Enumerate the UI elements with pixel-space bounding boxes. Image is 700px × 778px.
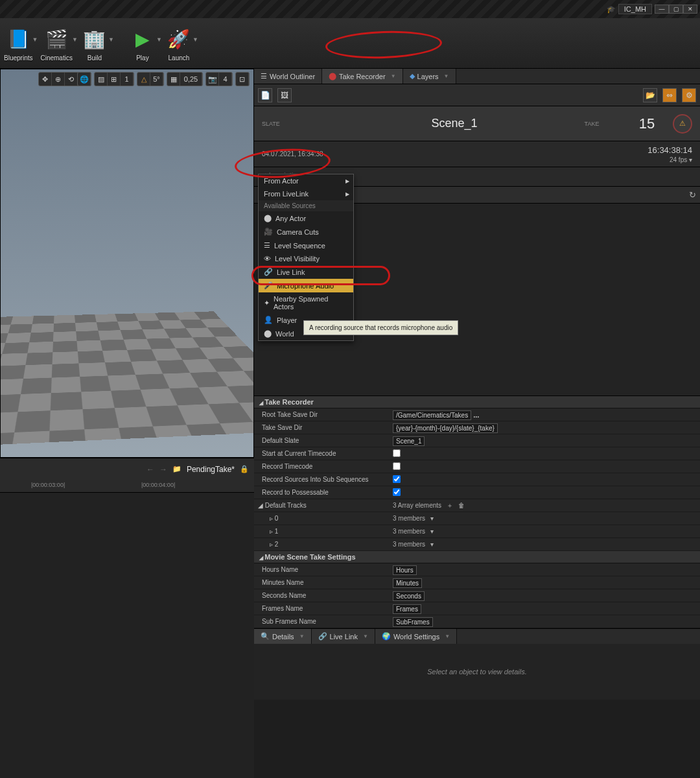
- toolbar-launch[interactable]: 🚀Launch▼: [161, 22, 197, 64]
- browse-take-icon[interactable]: 🖼: [277, 88, 292, 102]
- subseq-label: Record Sources Into Sub Sequences: [254, 476, 393, 483]
- tab-livelink[interactable]: 🔗Live Link▼: [312, 629, 375, 644]
- track-0[interactable]: ▹ 0: [254, 515, 393, 522]
- chevron-down-icon[interactable]: ▾: [430, 528, 434, 535]
- time-ruler[interactable]: |00:00:03:00| |00:00:04:00|: [0, 480, 254, 493]
- clear-elements-icon[interactable]: 🗑: [458, 502, 465, 509]
- minimize-button[interactable]: —: [655, 5, 669, 14]
- dd-any-actor[interactable]: ⬤Any Actor: [259, 211, 353, 225]
- minutes-label: Minutes Name: [254, 579, 393, 586]
- start-tc-checkbox[interactable]: [393, 449, 401, 457]
- scale-snap-icon[interactable]: ▦: [167, 73, 180, 86]
- start-tc-label: Start at Current Timecode: [254, 450, 393, 457]
- settings-gear-icon[interactable]: ⚙: [682, 88, 696, 102]
- details-empty-text: Select an object to view details.: [427, 668, 526, 676]
- timecode: 16:34:38:14: [648, 145, 692, 155]
- rotate-tool-icon[interactable]: ⟲: [65, 73, 78, 86]
- minutes-value[interactable]: Minutes: [393, 578, 422, 588]
- root-dir-value[interactable]: /Game/Cinematics/Takes: [393, 410, 471, 420]
- open-folder-icon[interactable]: 📂: [643, 88, 657, 102]
- new-take-icon[interactable]: 📄: [258, 88, 272, 102]
- dd-camera-cuts[interactable]: 🎥Camera Cuts: [259, 225, 353, 239]
- info-bar: 04.07.2021, 16:34:38 16:34:38:14 24 fps …: [254, 141, 700, 167]
- dd-level-sequence[interactable]: ☰Level Sequence: [259, 239, 353, 252]
- sequencer-header: ← → 📁 PendingTake* 🔒: [0, 458, 254, 480]
- close-button[interactable]: ✕: [683, 5, 697, 14]
- slate-bar: SLATE Scene_1 TAKE 15 ⚠: [254, 106, 700, 141]
- review-icon[interactable]: ⇔: [662, 88, 677, 102]
- dd-level-visibility[interactable]: 👁Level Visibility: [259, 252, 353, 265]
- track-2[interactable]: ▹ 2: [254, 541, 393, 548]
- tab-layers[interactable]: ◆Layers▼: [403, 69, 456, 84]
- tab-details[interactable]: 🔍Details▼: [254, 629, 312, 644]
- hours-value[interactable]: Hours: [393, 565, 417, 575]
- toolbar-blueprints[interactable]: 📘Blueprints▼: [0, 22, 36, 64]
- title-bar: 🎓 IC_MH — ▢ ✕: [0, 0, 700, 18]
- tab-world-settings[interactable]: 🌍World Settings▼: [375, 629, 457, 644]
- dd-nearby-spawned[interactable]: ✦Nearby Spawned Actors: [259, 292, 353, 313]
- chevron-down-icon[interactable]: ▾: [430, 541, 434, 548]
- chevron-down-icon[interactable]: ▾: [430, 515, 434, 522]
- default-tracks-label[interactable]: ◢ Default Tracks: [254, 502, 393, 509]
- save-dir-value[interactable]: {year}-{month}-{day}/{slate}_{take}: [393, 423, 498, 433]
- select-tool-icon[interactable]: ✥: [39, 73, 52, 86]
- toolbar-play[interactable]: ▶Play▼: [124, 22, 161, 64]
- panel-tabs: ☰World Outliner ⬤Take Recorder▼ ◆Layers▼: [254, 69, 700, 84]
- refresh-icon[interactable]: ↻: [689, 190, 696, 200]
- scale-snap-value[interactable]: 0,25: [180, 73, 202, 86]
- dd-available-header: Available Sources: [259, 200, 353, 211]
- snap-value-1[interactable]: 1: [121, 73, 134, 86]
- seconds-label: Seconds Name: [254, 592, 393, 599]
- take-label: TAKE: [585, 121, 600, 127]
- section-take-recorder[interactable]: Take Recorder: [254, 396, 700, 408]
- tab-take-recorder[interactable]: ⬤Take Recorder▼: [322, 69, 402, 84]
- translate-tool-icon[interactable]: ⊕: [52, 73, 65, 86]
- frames-value[interactable]: Frames: [393, 604, 421, 614]
- toolbar-cinematics[interactable]: 🎬Cinematics▼: [36, 22, 76, 64]
- root-dir-label: Root Take Save Dir: [254, 411, 393, 418]
- viewport-snap-tools: 🌐 ▨⊞1 △5° ▦0,25 📷4 ⊡: [77, 72, 250, 86]
- angle-value[interactable]: 5°: [150, 73, 163, 86]
- section-movie-scene[interactable]: Movie Scene Take Settings: [254, 551, 700, 563]
- viewport-expand-icon[interactable]: ⊡: [236, 73, 249, 86]
- record-button[interactable]: ⚠: [673, 114, 692, 134]
- subseq-checkbox[interactable]: [393, 475, 401, 483]
- nav-back-icon[interactable]: ←: [146, 465, 154, 474]
- browse-dir-button[interactable]: ...: [473, 411, 479, 419]
- tooltip: A recording source that records micropho…: [303, 320, 458, 335]
- dd-live-link[interactable]: 🔗Live Link: [259, 265, 353, 279]
- possess-checkbox[interactable]: [393, 488, 401, 496]
- sequence-name[interactable]: PendingTake*: [187, 465, 235, 474]
- angle-snap-icon[interactable]: △: [137, 73, 150, 86]
- folder-icon[interactable]: 📁: [172, 465, 181, 473]
- dd-microphone-audio[interactable]: 🎤Microphone Audio: [259, 279, 353, 292]
- surface-snap-icon[interactable]: ▨: [95, 73, 108, 86]
- sequencer-timeline[interactable]: |00:00:03:00| |00:00:04:00|: [0, 480, 254, 778]
- globe-icon[interactable]: 🌐: [78, 73, 91, 86]
- possess-label: Record to Possessable: [254, 489, 393, 496]
- take-value[interactable]: 15: [639, 115, 655, 132]
- graduation-icon[interactable]: 🎓: [607, 5, 616, 14]
- add-element-icon[interactable]: ＋: [447, 501, 453, 510]
- viewport[interactable]: ✥ ⊕ ⟲ ⤢ 🌐 ▨⊞1 △5° ▦0,25 📷4 ⊡: [0, 69, 254, 458]
- project-name: IC_MH: [618, 4, 652, 14]
- camera-speed-value[interactable]: 4: [219, 73, 232, 86]
- dd-from-actor[interactable]: From Actor▶: [259, 174, 353, 187]
- subframes-value[interactable]: SubFrames: [393, 617, 433, 627]
- dd-from-livelink[interactable]: From LiveLink▶: [259, 187, 353, 200]
- tab-world-outliner[interactable]: ☰World Outliner: [254, 69, 322, 84]
- properties-panel: Take Recorder Root Take Save Dir/Game/Ci…: [254, 395, 700, 628]
- lock-icon[interactable]: 🔒: [240, 465, 249, 473]
- default-slate-value[interactable]: Scene_1: [393, 436, 425, 446]
- nav-fwd-icon[interactable]: →: [159, 465, 167, 474]
- toolbar-build[interactable]: 🏢Build▼: [76, 22, 113, 64]
- slate-value[interactable]: Scene_1: [431, 117, 477, 130]
- camera-speed-icon[interactable]: 📷: [206, 73, 219, 86]
- seconds-value[interactable]: Seconds: [393, 591, 425, 601]
- maximize-button[interactable]: ▢: [669, 5, 683, 14]
- track-1[interactable]: ▹ 1: [254, 528, 393, 535]
- frames-label: Frames Name: [254, 605, 393, 612]
- record-tc-checkbox[interactable]: [393, 462, 401, 470]
- fps-label[interactable]: 24 fps ▾: [670, 156, 692, 163]
- grid-snap-icon[interactable]: ⊞: [108, 73, 121, 86]
